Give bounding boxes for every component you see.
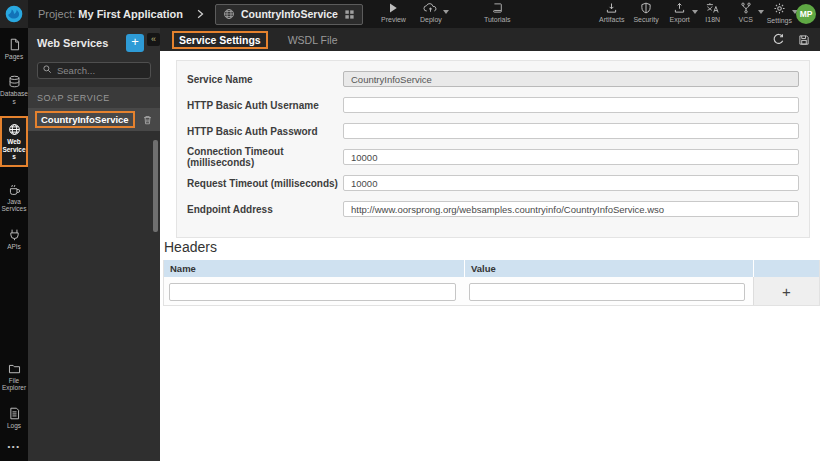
request-timeout-field[interactable]	[343, 175, 799, 191]
web-services-label: Web Services	[2, 138, 26, 160]
tutorials-label: Tutorials	[484, 16, 511, 23]
tutorials-button[interactable]: Tutorials	[484, 2, 511, 23]
headers-table: Name Value +	[163, 260, 820, 306]
endpoint-address-label: Endpoint Address	[187, 204, 343, 215]
sidebar-item-databases[interactable]: Databases	[0, 69, 28, 110]
plug-icon	[8, 228, 21, 241]
header-name-input[interactable]	[169, 283, 456, 301]
book-icon	[492, 2, 503, 14]
service-item-label[interactable]: CountryInfoService	[35, 111, 135, 128]
apis-label: APIs	[7, 243, 21, 250]
artifacts-button[interactable]: Artifacts	[599, 2, 624, 24]
vcs-button[interactable]: VCS	[734, 2, 758, 24]
add-header-button[interactable]: +	[753, 277, 819, 305]
topbar-right-actions: Artifacts Security Export I18N	[599, 2, 792, 24]
auth-password-label: HTTP Basic Auth Password	[187, 126, 343, 137]
open-service-tab[interactable]: CountryInfoService	[215, 4, 363, 25]
settings-label: Settings	[767, 17, 792, 24]
service-name-field	[343, 71, 799, 87]
file-explorer-label: File Explorer	[0, 377, 28, 392]
main-area: Service Settings WSDL File Service Name …	[160, 28, 820, 461]
sidebar-item-pages[interactable]: Pages	[0, 32, 28, 65]
sidebar-item-logs[interactable]: Logs	[0, 401, 28, 434]
refresh-icon[interactable]	[772, 33, 785, 46]
service-tab-label: CountryInfoService	[241, 8, 338, 20]
sidebar-item-file-explorer[interactable]: File Explorer	[0, 356, 28, 397]
branch-icon	[740, 2, 752, 14]
project-name: My First Application	[78, 8, 183, 20]
tab-service-settings[interactable]: Service Settings	[172, 31, 268, 49]
trash-icon[interactable]	[142, 114, 153, 126]
save-icon[interactable]	[798, 34, 810, 46]
sidebar-item-web-services[interactable]: Web Services	[0, 116, 28, 166]
panel-header: Web Services +	[28, 28, 160, 58]
auth-username-field[interactable]	[343, 97, 799, 113]
database-icon	[8, 75, 21, 88]
form-row-request-timeout: Request Timeout (milliseconds)	[187, 175, 799, 191]
databases-label: Databases	[0, 90, 28, 105]
preview-button[interactable]: Preview	[381, 2, 406, 23]
cloud-upload-icon	[422, 2, 439, 14]
pages-label: Pages	[5, 53, 23, 60]
topbar-center-actions: Preview Deploy Tutorials	[381, 2, 511, 23]
panel-title: Web Services	[37, 37, 126, 49]
page-icon	[8, 38, 21, 51]
chevron-right-icon	[195, 8, 205, 20]
settings-button[interactable]: Settings	[767, 2, 792, 24]
service-settings-form: Service Name HTTP Basic Auth Username HT…	[176, 60, 810, 238]
project-breadcrumb: Project:My First Application	[38, 8, 183, 20]
soap-service-section-label: SOAP SERVICE	[28, 87, 160, 108]
search-input[interactable]	[37, 62, 151, 79]
search-row	[37, 60, 151, 79]
java-services-label: Java Services	[0, 198, 28, 213]
service-tabbar: Service Settings WSDL File	[160, 28, 820, 51]
headers-table-header: Name Value	[164, 260, 819, 277]
gear-icon	[773, 2, 786, 15]
sidebar-item-apis[interactable]: APIs	[0, 222, 28, 255]
user-avatar[interactable]: MP	[796, 4, 816, 24]
form-row-auth-username: HTTP Basic Auth Username	[187, 97, 799, 113]
document-icon	[8, 407, 21, 420]
chevron-down-icon	[443, 10, 449, 14]
coffee-icon	[8, 183, 21, 196]
form-row-endpoint-address: Endpoint Address	[187, 201, 799, 217]
download-tray-icon	[605, 2, 618, 14]
connection-timeout-field[interactable]	[343, 149, 799, 165]
collapse-panel-button[interactable]: «	[147, 33, 160, 46]
connection-timeout-label: Connection Timeout (milliseconds)	[187, 146, 343, 168]
wavemaker-logo-icon	[4, 4, 24, 24]
grid-icon[interactable]	[344, 9, 355, 20]
deploy-label: Deploy	[420, 16, 442, 23]
header-value-input[interactable]	[469, 283, 745, 301]
action-column-header	[753, 260, 819, 277]
export-button[interactable]: Export	[668, 2, 692, 24]
headers-section-title: Headers	[164, 239, 217, 255]
deploy-button[interactable]: Deploy	[419, 2, 443, 23]
vcs-label: VCS	[739, 16, 753, 23]
auth-password-field[interactable]	[343, 123, 799, 139]
i18n-label: I18N	[705, 16, 720, 23]
play-icon	[387, 2, 399, 14]
web-services-panel: Web Services + « SOAP SERVICE CountryInf…	[28, 28, 160, 461]
sidebar-item-java-services[interactable]: Java Services	[0, 177, 28, 218]
auth-username-label: HTTP Basic Auth Username	[187, 100, 343, 111]
shield-icon	[640, 2, 652, 14]
add-service-button[interactable]: +	[126, 34, 144, 52]
i18n-button[interactable]: I18N	[701, 2, 725, 24]
more-options-button[interactable]: •••	[8, 434, 21, 461]
preview-label: Preview	[381, 16, 406, 23]
app-logo[interactable]	[0, 0, 28, 28]
top-bar: Project:My First Application CountryInfo…	[0, 0, 820, 28]
form-row-service-name: Service Name	[187, 71, 799, 87]
header-value-cell	[464, 277, 753, 305]
panel-scrollbar[interactable]	[153, 140, 158, 232]
folder-icon	[8, 362, 21, 375]
tab-wsdl-file[interactable]: WSDL File	[288, 34, 338, 46]
logs-label: Logs	[7, 422, 21, 429]
security-button[interactable]: Security	[633, 2, 658, 24]
service-list-item[interactable]: CountryInfoService	[28, 108, 160, 131]
form-row-auth-password: HTTP Basic Auth Password	[187, 123, 799, 139]
table-row: +	[164, 277, 819, 305]
left-nav-rail: Pages Databases Web Services Java Servic…	[0, 28, 28, 461]
endpoint-address-field[interactable]	[343, 201, 799, 217]
